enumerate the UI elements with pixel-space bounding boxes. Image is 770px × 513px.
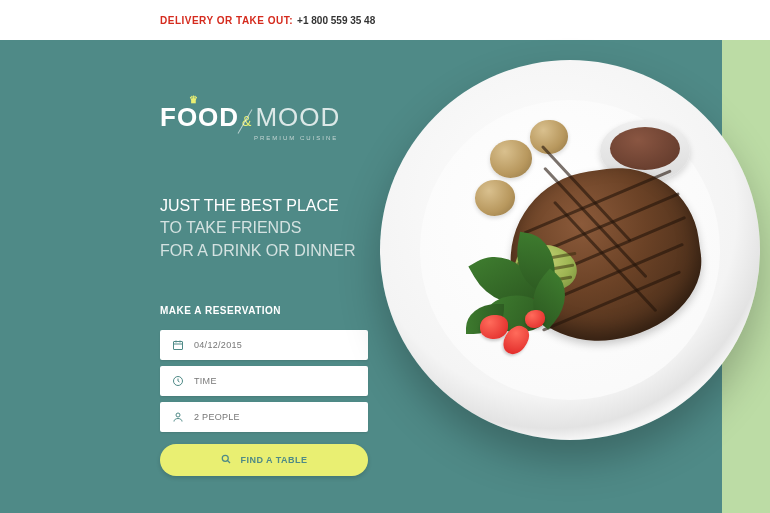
delivery-label: DELIVERY OR TAKE OUT:: [160, 15, 293, 26]
find-table-button[interactable]: FIND A TABLE: [160, 444, 368, 476]
user-icon: [170, 411, 186, 423]
logo-ampersand: &: [239, 113, 255, 129]
headline-line2: TO TAKE FRIENDS: [160, 217, 356, 239]
clock-icon: [170, 375, 186, 387]
calendar-icon: [170, 339, 186, 351]
hero-section: ♛ FOOD & MOOD PREMIUM CUISINE JUST THE B…: [0, 40, 770, 513]
logo-main: ♛ FOOD & MOOD: [160, 102, 340, 133]
topbar: DELIVERY OR TAKE OUT: +1 800 559 35 48: [0, 0, 770, 40]
date-value: 04/12/2015: [194, 340, 242, 350]
time-field[interactable]: TIME: [160, 366, 368, 396]
search-icon: [220, 451, 232, 469]
headline-line3: FOR A DRINK OR DINNER: [160, 240, 356, 262]
hero-headline: JUST THE BEST PLACE TO TAKE FRIENDS FOR …: [160, 195, 356, 262]
svg-point-5: [176, 413, 180, 417]
reservation-form: MAKE A RESERVATION 04/12/2015 TIME 2 PEO…: [160, 305, 368, 476]
svg-point-6: [223, 455, 229, 461]
svg-line-7: [228, 461, 231, 464]
headline-line1: JUST THE BEST PLACE: [160, 195, 356, 217]
phone-number[interactable]: +1 800 559 35 48: [297, 15, 375, 26]
people-field[interactable]: 2 PEOPLE: [160, 402, 368, 432]
time-value: TIME: [194, 376, 217, 386]
logo-food-text: ♛ FOOD: [160, 102, 239, 133]
crown-icon: ♛: [189, 94, 199, 105]
find-table-label: FIND A TABLE: [240, 455, 307, 465]
date-field[interactable]: 04/12/2015: [160, 330, 368, 360]
logo[interactable]: ♛ FOOD & MOOD PREMIUM CUISINE: [160, 102, 340, 141]
logo-subtitle: PREMIUM CUISINE: [160, 135, 340, 141]
hero-plate-image: [380, 60, 760, 440]
people-value: 2 PEOPLE: [194, 412, 240, 422]
reservation-heading: MAKE A RESERVATION: [160, 305, 368, 316]
logo-mood-text: MOOD: [255, 102, 340, 133]
svg-rect-0: [174, 342, 183, 350]
